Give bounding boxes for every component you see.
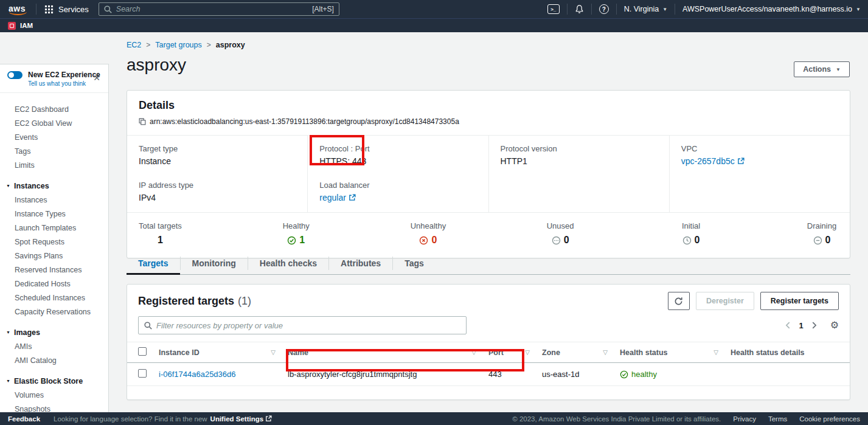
tab-monitoring[interactable]: Monitoring bbox=[181, 252, 248, 274]
instance-id-link[interactable]: i-06f1744a6a25d36d6 bbox=[159, 370, 236, 379]
terms-link[interactable]: Terms bbox=[768, 415, 787, 423]
filter-box[interactable] bbox=[138, 316, 467, 334]
sidebar-item-tags[interactable]: Tags bbox=[0, 144, 108, 158]
sidebar-item-instances[interactable]: Instances bbox=[0, 193, 108, 207]
services-menu[interactable]: Services bbox=[44, 5, 89, 14]
nav-divider bbox=[36, 4, 36, 15]
tab-attributes[interactable]: Attributes bbox=[329, 252, 392, 274]
stat-healthy: Healthy 1 bbox=[280, 221, 313, 246]
sidebar-item-ec2-global-view[interactable]: EC2 Global View bbox=[0, 116, 108, 130]
copy-icon[interactable] bbox=[139, 118, 146, 125]
column-header-instance-id: Instance ID bbox=[159, 348, 200, 357]
column-header-health-status: Health status bbox=[620, 348, 668, 357]
registered-targets-panel: Registered targets (1) Deregister Regist… bbox=[127, 284, 850, 400]
pagination: 1 ⚙ bbox=[784, 320, 839, 330]
column-header-zone: Zone bbox=[542, 348, 560, 357]
sidebar-item-dedicated-hosts[interactable]: Dedicated Hosts bbox=[0, 277, 108, 291]
next-page-icon[interactable] bbox=[810, 321, 818, 330]
sort-icon[interactable]: ▽ bbox=[471, 349, 476, 356]
health-details-cell bbox=[724, 363, 850, 386]
breadcrumb: EC2 > Target groups > asproxy bbox=[127, 41, 245, 49]
region-selector[interactable]: N. Virginia ▼ bbox=[624, 5, 667, 13]
search-input[interactable] bbox=[116, 5, 308, 13]
subnav-item-iam[interactable]: IAM bbox=[20, 22, 33, 29]
tab-health-checks[interactable]: Health checks bbox=[248, 252, 328, 274]
experience-feedback-link[interactable]: Tell us what you think bbox=[28, 80, 101, 87]
stat-initial: Initial 0 bbox=[675, 221, 707, 246]
new-experience-box: New EC2 Experience Tell us what you thin… bbox=[0, 64, 108, 93]
register-targets-button[interactable]: Register targets bbox=[760, 292, 839, 310]
details-heading: Details bbox=[139, 98, 838, 112]
sidebar-section-elastic-block-store[interactable]: ▼Elastic Block Store bbox=[0, 374, 108, 388]
cloudshell-icon[interactable]: >_ bbox=[547, 4, 560, 14]
experience-toggle[interactable] bbox=[7, 71, 23, 79]
sidebar-item-launch-templates[interactable]: Launch Templates bbox=[0, 221, 108, 235]
sort-icon[interactable]: ▽ bbox=[603, 349, 608, 356]
breadcrumb-separator: > bbox=[146, 41, 150, 49]
filter-input[interactable] bbox=[156, 321, 460, 330]
sidebar-item-volumes[interactable]: Volumes bbox=[0, 388, 108, 402]
x-circle-icon bbox=[419, 236, 428, 245]
target-port-cell: 443 bbox=[482, 363, 536, 386]
iam-service-icon bbox=[8, 22, 16, 30]
sidebar-item-events[interactable]: Events bbox=[0, 130, 108, 144]
sidebar-item-limits[interactable]: Limits bbox=[0, 158, 108, 172]
close-icon[interactable]: ✕ bbox=[93, 74, 100, 82]
sort-icon[interactable]: ▽ bbox=[713, 349, 718, 356]
sidebar-section-images[interactable]: ▼Images bbox=[0, 325, 108, 339]
load-balancer-link[interactable]: regular bbox=[319, 193, 356, 202]
field-load-balancer: Load balancer regular bbox=[319, 181, 476, 202]
region-label: N. Virginia bbox=[624, 5, 659, 13]
unified-settings-link[interactable]: Unified Settings bbox=[210, 415, 273, 423]
sidebar-item-scheduled-instances[interactable]: Scheduled Instances bbox=[0, 291, 108, 305]
cookie-preferences-link[interactable]: Cookie preferences bbox=[799, 415, 860, 423]
sidebar-item-amis[interactable]: AMIs bbox=[0, 339, 108, 353]
stat-unused: Unused 0 bbox=[544, 221, 577, 246]
nav-right-cluster: >_ ? N. Virginia ▼ AWSPowerUserAccess/na… bbox=[547, 4, 861, 15]
sidebar-item-capacity-reservations[interactable]: Capacity Reservations bbox=[0, 305, 108, 319]
chevron-down-icon: ▼ bbox=[6, 379, 10, 383]
gear-icon[interactable]: ⚙ bbox=[830, 320, 839, 330]
notifications-bell-icon[interactable] bbox=[575, 4, 584, 14]
current-page[interactable]: 1 bbox=[793, 321, 809, 330]
sidebar-item-ec2-dashboard[interactable]: EC2 Dashboard bbox=[0, 102, 108, 116]
select-all-checkbox[interactable] bbox=[138, 347, 147, 356]
tab-targets[interactable]: Targets bbox=[127, 252, 180, 274]
sidebar-item-ami-catalog[interactable]: AMI Catalog bbox=[0, 353, 108, 367]
global-search[interactable]: [Alt+S] bbox=[99, 2, 339, 16]
main-content: EC2 > Target groups > asproxy asproxy Ac… bbox=[109, 32, 868, 412]
sidebar-item-instance-types[interactable]: Instance Types bbox=[0, 207, 108, 221]
sidebar-item-spot-requests[interactable]: Spot Requests bbox=[0, 235, 108, 249]
sort-icon[interactable]: ▽ bbox=[271, 349, 276, 356]
tab-tags[interactable]: Tags bbox=[393, 252, 436, 274]
feedback-button[interactable]: Feedback bbox=[8, 415, 40, 423]
deregister-button[interactable]: Deregister bbox=[696, 292, 754, 310]
sort-icon[interactable]: ▽ bbox=[525, 349, 530, 356]
refresh-button[interactable] bbox=[668, 292, 690, 310]
aws-logo[interactable]: aws bbox=[7, 4, 28, 15]
stat-draining: Draining 0 bbox=[805, 221, 838, 246]
sidebar-item-savings-plans[interactable]: Savings Plans bbox=[0, 249, 108, 263]
details-fields: Target type Instance IP address type IPv… bbox=[127, 135, 850, 212]
account-menu[interactable]: AWSPowerUserAccess/navaneeth.kn@harness.… bbox=[682, 5, 861, 13]
search-icon bbox=[144, 322, 152, 330]
help-icon[interactable]: ? bbox=[599, 4, 609, 14]
previous-page-icon[interactable] bbox=[784, 321, 793, 330]
vpc-link[interactable]: vpc-2657db5c bbox=[681, 156, 745, 166]
registered-targets-title: Registered targets bbox=[138, 295, 234, 308]
breadcrumb-ec2[interactable]: EC2 bbox=[127, 41, 141, 49]
sidebar-item-snapshots[interactable]: Snapshots bbox=[0, 402, 108, 412]
chevron-down-icon: ▼ bbox=[6, 184, 10, 188]
actions-button[interactable]: Actions ▼ bbox=[794, 61, 850, 77]
external-link-icon bbox=[737, 157, 745, 165]
field-protocol-version: Protocol version HTTP1 bbox=[501, 144, 658, 166]
sidebar-item-reserved-instances[interactable]: Reserved Instances bbox=[0, 263, 108, 277]
privacy-link[interactable]: Privacy bbox=[733, 415, 756, 423]
stat-total-targets: Total targets 1 bbox=[139, 221, 182, 246]
search-shortcut: [Alt+S] bbox=[312, 5, 334, 13]
external-link-icon bbox=[265, 415, 272, 422]
sidebar-section-instances[interactable]: ▼Instances bbox=[0, 179, 108, 193]
breadcrumb-target-groups[interactable]: Target groups bbox=[155, 41, 201, 49]
row-checkbox[interactable] bbox=[138, 369, 147, 378]
chevron-down-icon: ▼ bbox=[662, 7, 667, 12]
